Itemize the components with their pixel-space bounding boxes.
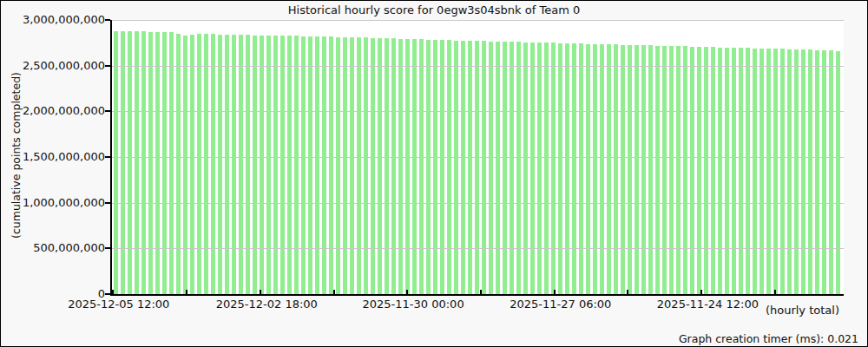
y-tick-label: 3,000,000,000 — [1, 13, 105, 27]
bar — [635, 45, 639, 294]
bar — [405, 39, 410, 294]
bar — [732, 48, 736, 294]
bar — [773, 49, 778, 294]
x-tick-label: 2025-11-24 12:00 — [657, 298, 759, 311]
y-tick-label: 1,500,000,000 — [1, 150, 105, 164]
bar — [371, 38, 375, 294]
bar — [808, 49, 812, 294]
bar — [787, 49, 792, 294]
bar — [510, 42, 514, 294]
bar — [801, 49, 806, 294]
bar — [815, 50, 819, 294]
bar — [287, 36, 292, 294]
gridline — [111, 203, 844, 204]
bar — [419, 39, 424, 294]
bar — [391, 38, 396, 294]
y-tick-label: 2,500,000,000 — [1, 59, 105, 73]
bar — [260, 36, 264, 294]
bar — [794, 49, 799, 294]
bar — [294, 36, 299, 294]
bar — [586, 44, 590, 295]
bar — [128, 31, 132, 294]
bar — [628, 45, 632, 294]
y-tick — [105, 202, 110, 204]
bar — [225, 35, 229, 294]
bar — [523, 43, 528, 294]
bar — [537, 43, 542, 294]
bar — [433, 40, 437, 294]
gridline — [111, 66, 844, 67]
bar — [676, 46, 681, 294]
y-axis-line — [110, 20, 112, 296]
bar — [503, 42, 507, 294]
x-axis-note: (hourly total) — [766, 304, 839, 317]
bar — [273, 36, 278, 294]
bar — [350, 37, 354, 294]
x-tick-label: 2025-11-27 06:00 — [510, 298, 611, 311]
bar — [232, 35, 236, 294]
bar — [641, 45, 646, 294]
bar — [197, 34, 201, 294]
bar — [697, 47, 701, 294]
bar — [572, 43, 576, 294]
bar — [739, 48, 743, 294]
bar — [253, 36, 257, 295]
bar — [496, 42, 500, 294]
bar — [648, 45, 653, 294]
y-tick-label: 500,000,000 — [1, 241, 105, 255]
bar — [468, 41, 472, 294]
bar — [378, 38, 382, 294]
bar — [690, 47, 694, 294]
bar — [447, 40, 451, 294]
bar — [426, 40, 431, 294]
bar — [621, 45, 625, 295]
bar — [662, 46, 667, 294]
bar — [301, 36, 306, 295]
bar — [357, 37, 361, 294]
bar — [162, 32, 167, 294]
gridline — [111, 111, 844, 112]
bar — [398, 39, 403, 294]
x-axis-line — [110, 294, 844, 296]
bar — [760, 49, 764, 294]
bar — [364, 37, 368, 294]
x-tick-label: 2025-11-30 00:00 — [363, 298, 464, 311]
bar — [669, 46, 674, 294]
bar — [308, 36, 312, 294]
x-tick-label: 2025-12-05 12:00 — [68, 298, 169, 311]
bar — [183, 36, 187, 294]
y-tick — [105, 156, 110, 158]
bar — [114, 31, 118, 294]
bar — [551, 43, 556, 294]
bar — [135, 31, 139, 294]
bar — [343, 37, 347, 294]
bar — [565, 43, 569, 294]
bar — [440, 40, 444, 294]
bar — [516, 42, 521, 294]
y-tick — [105, 247, 110, 249]
bar — [753, 49, 757, 295]
bar — [336, 37, 340, 294]
bar — [711, 47, 715, 294]
bar — [558, 43, 562, 294]
y-tick-label: 1,000,000,000 — [1, 196, 105, 210]
bar — [600, 44, 604, 294]
bar — [280, 36, 285, 294]
bar — [148, 32, 153, 295]
y-tick-label: 2,000,000,000 — [1, 104, 105, 118]
y-tick — [105, 293, 110, 295]
bar — [246, 35, 250, 294]
gridline — [111, 157, 844, 158]
bar — [155, 32, 160, 294]
bar — [385, 38, 389, 294]
bar — [204, 34, 208, 294]
bar — [169, 32, 174, 294]
bar — [121, 31, 125, 294]
gridline — [111, 248, 844, 249]
bar — [454, 41, 458, 295]
bar — [475, 41, 479, 294]
bar — [544, 43, 549, 294]
bar — [489, 42, 493, 295]
chart-frame: Historical hourly score for 0egw3s04sbnk… — [0, 0, 868, 347]
bar — [836, 51, 840, 294]
